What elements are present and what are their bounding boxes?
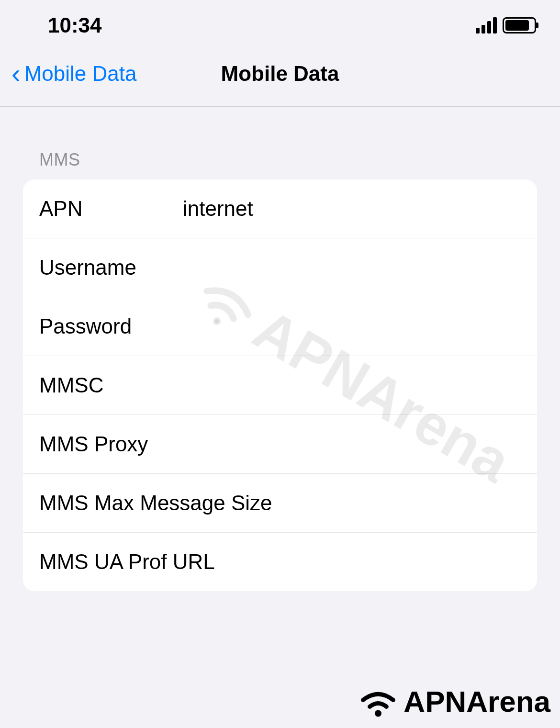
username-label: Username (39, 256, 183, 280)
battery-icon (503, 17, 536, 34)
mms-ua-prof-label: MMS UA Prof URL (39, 550, 215, 574)
mms-proxy-label: MMS Proxy (39, 432, 183, 456)
password-input[interactable] (183, 314, 537, 338)
mms-max-size-row[interactable]: MMS Max Message Size (23, 474, 537, 533)
content-area: MMS APN Username Password MMSC MMS Proxy (0, 107, 560, 591)
section-header: MMS (39, 150, 537, 170)
mmsc-label: MMSC (39, 373, 183, 397)
mmsc-row[interactable]: MMSC (23, 356, 537, 415)
wifi-icon (357, 685, 400, 718)
brand-text: APNArena (403, 684, 550, 718)
navigation-bar: ‹ Mobile Data Mobile Data (0, 51, 560, 107)
mms-ua-prof-input[interactable] (215, 550, 537, 574)
brand-logo: APNArena (357, 684, 550, 718)
page-title: Mobile Data (221, 62, 339, 86)
mms-proxy-input[interactable] (183, 432, 537, 456)
mms-max-size-label: MMS Max Message Size (39, 491, 272, 515)
mms-max-size-input[interactable] (272, 491, 537, 515)
username-input[interactable] (183, 256, 537, 280)
username-row[interactable]: Username (23, 238, 537, 297)
svg-point-1 (375, 710, 381, 717)
mms-ua-prof-row[interactable]: MMS UA Prof URL (23, 533, 537, 591)
status-time: 10:34 (48, 13, 102, 37)
mms-settings-group: APN Username Password MMSC MMS Proxy MMS… (23, 179, 537, 591)
cellular-signal-icon (476, 17, 497, 34)
back-label: Mobile Data (24, 62, 137, 86)
chevron-left-icon: ‹ (11, 60, 21, 87)
apn-input[interactable] (183, 197, 537, 221)
back-button[interactable]: ‹ Mobile Data (11, 60, 136, 87)
apn-label: APN (39, 197, 183, 221)
password-label: Password (39, 314, 183, 338)
password-row[interactable]: Password (23, 297, 537, 356)
status-indicators (476, 17, 536, 34)
mms-proxy-row[interactable]: MMS Proxy (23, 415, 537, 474)
mmsc-input[interactable] (183, 373, 537, 397)
status-bar: 10:34 (0, 0, 560, 51)
apn-row[interactable]: APN (23, 179, 537, 238)
